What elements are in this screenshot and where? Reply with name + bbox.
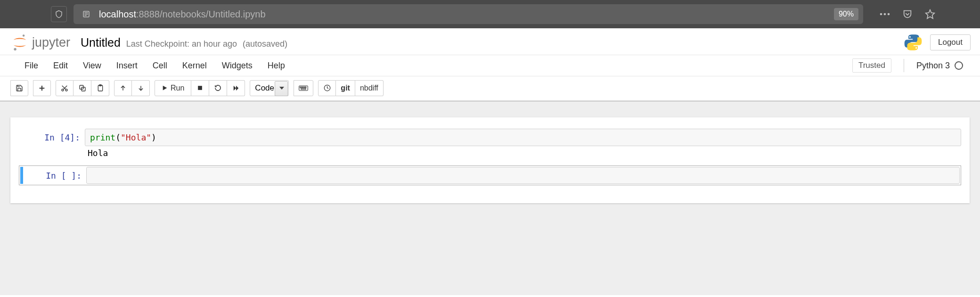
svg-marker-7 bbox=[926, 10, 934, 18]
separator bbox=[904, 59, 904, 72]
svg-point-10 bbox=[909, 36, 911, 38]
interrupt-button[interactable] bbox=[191, 80, 209, 96]
svg-point-15 bbox=[65, 89, 67, 91]
copy-button[interactable] bbox=[74, 80, 91, 96]
pocket-icon[interactable] bbox=[899, 6, 916, 23]
logout-button[interactable]: Logout bbox=[930, 34, 971, 50]
code-token-string: "Hola" bbox=[121, 132, 151, 142]
jupyter-logo[interactable]: jupyter bbox=[11, 34, 70, 51]
trusted-indicator[interactable]: Trusted bbox=[852, 58, 891, 73]
code-input[interactable]: print("Hola") bbox=[85, 129, 961, 146]
browser-address-bar: localhost:8888/notebooks/Untitled.ipynb … bbox=[0, 0, 980, 28]
svg-marker-27 bbox=[236, 85, 238, 91]
input-prompt: In [ ]: bbox=[23, 167, 86, 184]
toolbar: Run Code git nbdiff bbox=[0, 76, 980, 101]
page-actions-icon[interactable] bbox=[876, 6, 893, 23]
restart-run-all-button[interactable] bbox=[227, 80, 245, 96]
checkpoint-status: Last Checkpoint: an hour ago bbox=[126, 39, 237, 49]
move-up-button[interactable] bbox=[114, 80, 132, 96]
paste-button[interactable] bbox=[91, 80, 109, 96]
url-input[interactable]: localhost:8888/notebooks/Untitled.ipynb … bbox=[74, 4, 863, 24]
svg-marker-26 bbox=[234, 85, 236, 91]
svg-point-5 bbox=[884, 13, 886, 16]
cell-type-select[interactable]: Code bbox=[250, 80, 289, 96]
menubar: File Edit View Insert Cell Kernel Widget… bbox=[0, 55, 980, 76]
cell-output: Hola bbox=[88, 146, 961, 162]
svg-point-14 bbox=[62, 89, 64, 91]
cut-button[interactable] bbox=[56, 80, 74, 96]
svg-rect-32 bbox=[305, 87, 306, 88]
svg-rect-25 bbox=[198, 86, 203, 90]
menu-insert[interactable]: Insert bbox=[109, 58, 145, 74]
insert-cell-below-button[interactable] bbox=[33, 80, 51, 96]
svg-rect-30 bbox=[302, 87, 303, 88]
menu-view[interactable]: View bbox=[75, 58, 109, 74]
nbdiff-button[interactable]: nbdiff bbox=[355, 80, 384, 96]
svg-rect-33 bbox=[301, 88, 306, 89]
code-cell[interactable]: In [ ]: bbox=[19, 165, 961, 185]
notebook-container: In [4]: print("Hola") Hola In [ ]: bbox=[10, 117, 970, 203]
jupyter-header: jupyter Untitled Last Checkpoint: an hou… bbox=[0, 28, 980, 55]
svg-rect-29 bbox=[300, 87, 301, 88]
move-down-button[interactable] bbox=[132, 80, 150, 96]
svg-point-4 bbox=[880, 13, 882, 16]
menu-kernel[interactable]: Kernel bbox=[175, 58, 214, 74]
menu-cell[interactable]: Cell bbox=[145, 58, 175, 74]
svg-point-6 bbox=[888, 13, 890, 16]
python-logo-icon bbox=[904, 33, 923, 52]
svg-point-8 bbox=[23, 34, 25, 37]
kernel-indicator[interactable]: Python 3 bbox=[916, 61, 963, 71]
svg-point-11 bbox=[915, 47, 917, 49]
save-button[interactable] bbox=[10, 80, 28, 96]
kernel-name: Python 3 bbox=[916, 61, 950, 71]
git-button[interactable]: git bbox=[336, 80, 355, 96]
svg-point-9 bbox=[14, 48, 16, 50]
code-token-punct: ) bbox=[151, 132, 156, 142]
page-info-icon[interactable] bbox=[78, 6, 94, 22]
kernel-idle-icon bbox=[955, 61, 963, 70]
menu-widgets[interactable]: Widgets bbox=[214, 58, 260, 74]
code-cell[interactable]: In [4]: print("Hola") Hola bbox=[19, 129, 961, 162]
tracking-protection-icon[interactable] bbox=[51, 6, 67, 22]
run-label: Run bbox=[171, 84, 184, 92]
svg-rect-28 bbox=[299, 86, 308, 91]
svg-marker-24 bbox=[163, 86, 167, 91]
run-button[interactable]: Run bbox=[155, 80, 191, 96]
code-token-builtin: print bbox=[90, 132, 115, 142]
autosave-status: (autosaved) bbox=[243, 39, 287, 49]
bookmark-star-icon[interactable] bbox=[922, 6, 939, 23]
menu-edit[interactable]: Edit bbox=[46, 58, 75, 74]
menu-help[interactable]: Help bbox=[260, 58, 293, 74]
code-token-punct: ( bbox=[115, 132, 121, 142]
code-input[interactable] bbox=[86, 167, 960, 184]
notebook-name[interactable]: Untitled bbox=[81, 36, 121, 50]
svg-rect-31 bbox=[303, 87, 304, 88]
url-text: localhost:8888/notebooks/Untitled.ipynb bbox=[99, 9, 266, 20]
menu-file[interactable]: File bbox=[17, 58, 46, 74]
zoom-level-badge[interactable]: 90% bbox=[834, 8, 858, 20]
git-clock-button[interactable] bbox=[318, 80, 336, 96]
command-palette-button[interactable] bbox=[294, 80, 313, 96]
restart-button[interactable] bbox=[209, 80, 227, 96]
jupyter-brand-text: jupyter bbox=[32, 35, 70, 50]
notebook-area: In [4]: print("Hola") Hola In [ ]: bbox=[0, 101, 980, 295]
input-prompt: In [4]: bbox=[22, 129, 85, 146]
